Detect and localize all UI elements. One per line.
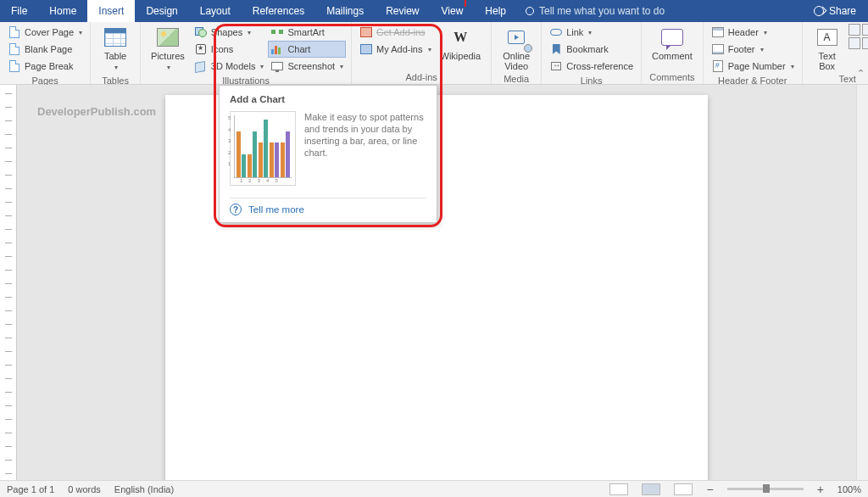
chevron-down-icon: ▾ <box>428 46 431 53</box>
tab-review[interactable]: Review <box>375 0 430 22</box>
tell-me-label: Tell me what you want to do <box>539 5 665 17</box>
group-media: Online Video Media <box>492 22 542 84</box>
chevron-down-icon: ▾ <box>114 64 118 71</box>
tab-mailings[interactable]: Mailings <box>315 0 375 22</box>
zoom-out-button[interactable]: − <box>706 483 713 496</box>
screenshot-label: Screenshot <box>287 61 335 71</box>
addin-icon <box>359 25 373 39</box>
smartart-label: SmartArt <box>287 27 324 37</box>
link-button[interactable]: Link▾ <box>547 24 636 41</box>
view-read-mode[interactable] <box>609 483 628 495</box>
cover-page-button[interactable]: Cover Page▾ <box>5 24 85 41</box>
view-print-layout[interactable] <box>642 483 660 495</box>
view-web-layout[interactable] <box>674 483 693 495</box>
tell-me-search[interactable]: Tell me what you want to do <box>517 0 673 22</box>
smartart-button[interactable]: SmartArt <box>268 24 346 41</box>
icons-icon <box>194 42 208 56</box>
tab-references[interactable]: References <box>242 0 315 22</box>
online-video-button[interactable]: Online Video <box>497 24 536 73</box>
online-video-label: Online Video <box>503 51 530 71</box>
datetime-button[interactable] <box>862 37 868 49</box>
get-addins-button[interactable]: Get Add-ins <box>357 24 433 41</box>
my-addins-label: My Add-ins <box>376 44 422 54</box>
chevron-down-icon: ▾ <box>167 64 170 71</box>
share-label: Share <box>829 5 856 17</box>
status-page[interactable]: Page 1 of 1 <box>7 484 54 494</box>
watermark-text: DeveloperPublish.com <box>37 105 156 118</box>
page-icon <box>8 25 21 39</box>
chevron-down-icon: ▾ <box>340 63 343 70</box>
vertical-scrollbar[interactable] <box>856 85 868 480</box>
wordart-button[interactable] <box>862 24 868 36</box>
cross-ref-label: Cross-reference <box>566 61 633 71</box>
cube-icon <box>194 59 208 73</box>
tab-file[interactable]: File <box>0 0 38 22</box>
tab-help[interactable]: Help <box>474 0 517 22</box>
link-icon <box>549 25 563 39</box>
group-comments: Comment Comments <box>642 22 704 84</box>
comment-button[interactable]: Comment <box>647 24 698 63</box>
collapse-ribbon-button[interactable]: ⌃ <box>857 68 865 79</box>
page-break-button[interactable]: Page Break <box>5 58 85 75</box>
smartart-icon <box>270 25 284 39</box>
bookmark-button[interactable]: Bookmark <box>547 41 636 58</box>
zoom-level[interactable]: 100% <box>837 484 861 494</box>
tell-me-more-label: Tell me more <box>248 204 304 215</box>
screenshot-button[interactable]: Screenshot▾ <box>268 58 346 75</box>
chart-label: Chart <box>287 44 310 54</box>
video-icon <box>504 25 529 49</box>
shapes-button[interactable]: Shapes▾ <box>192 24 267 41</box>
icons-button[interactable]: Icons <box>192 41 267 58</box>
3d-models-button[interactable]: 3D Models▾ <box>192 58 267 75</box>
wikipedia-button[interactable]: W Wikipedia <box>436 24 487 63</box>
group-header-footer: Header▾ Footer▾ Page Number▾ Header & Fo… <box>704 22 803 84</box>
footer-button[interactable]: Footer▾ <box>709 41 797 58</box>
table-button[interactable]: Table▾ <box>96 24 135 75</box>
chevron-down-icon: ▾ <box>79 29 82 36</box>
page-number-button[interactable]: Page Number▾ <box>709 58 797 75</box>
zoom-in-button[interactable]: + <box>817 483 824 496</box>
cross-reference-button[interactable]: Cross-reference <box>547 58 636 75</box>
tooltip-chart-preview: 54321 12345 <box>230 111 296 186</box>
tab-view[interactable]: View <box>431 0 475 22</box>
zoom-slider[interactable] <box>727 488 804 490</box>
signature-button[interactable] <box>849 37 860 49</box>
chevron-down-icon: ▾ <box>760 46 764 53</box>
wikipedia-label: Wikipedia <box>441 51 481 61</box>
tab-design[interactable]: Design <box>135 0 188 22</box>
annotation-mark <box>465 0 466 7</box>
group-label-media: Media <box>497 73 536 86</box>
chevron-down-icon: ▾ <box>791 63 794 70</box>
icons-label: Icons <box>211 44 233 54</box>
tab-insert[interactable]: Insert <box>87 0 135 22</box>
status-words[interactable]: 0 words <box>68 484 101 494</box>
3d-models-label: 3D Models <box>211 61 256 71</box>
page-break-label: Page Break <box>25 61 73 71</box>
link-label: Link <box>566 27 583 37</box>
textbox-button[interactable]: Text Box <box>808 24 847 73</box>
page-number-icon <box>711 59 725 73</box>
vertical-ruler[interactable] <box>0 85 17 480</box>
header-button[interactable]: Header▾ <box>709 24 797 41</box>
page-icon <box>8 42 21 56</box>
quick-parts-button[interactable] <box>849 24 860 36</box>
pictures-button[interactable]: Pictures▾ <box>146 24 190 75</box>
share-icon <box>814 6 824 16</box>
tell-me-more-link[interactable]: ? Tell me more <box>230 198 426 215</box>
chevron-down-icon: ▾ <box>248 29 251 36</box>
wikipedia-icon: W <box>448 25 473 49</box>
tab-home[interactable]: Home <box>38 0 87 22</box>
chevron-down-icon: ▾ <box>764 29 767 36</box>
chevron-down-icon: ▾ <box>260 63 264 70</box>
chart-button[interactable]: Chart <box>268 41 346 58</box>
status-language[interactable]: English (India) <box>114 484 174 494</box>
pictures-icon <box>155 25 181 49</box>
share-button[interactable]: Share <box>802 0 868 22</box>
menu-bar: File Home Insert Design Layout Reference… <box>0 0 868 22</box>
group-label-addins: Add-ins <box>357 71 486 84</box>
my-addins-button[interactable]: My Add-ins ▾ <box>357 41 433 58</box>
chart-tooltip: Add a Chart 54321 12345 Make it easy to … <box>219 85 437 223</box>
blank-page-button[interactable]: Blank Page <box>5 41 85 58</box>
tab-layout[interactable]: Layout <box>189 0 242 22</box>
group-label-comments: Comments <box>647 71 698 84</box>
